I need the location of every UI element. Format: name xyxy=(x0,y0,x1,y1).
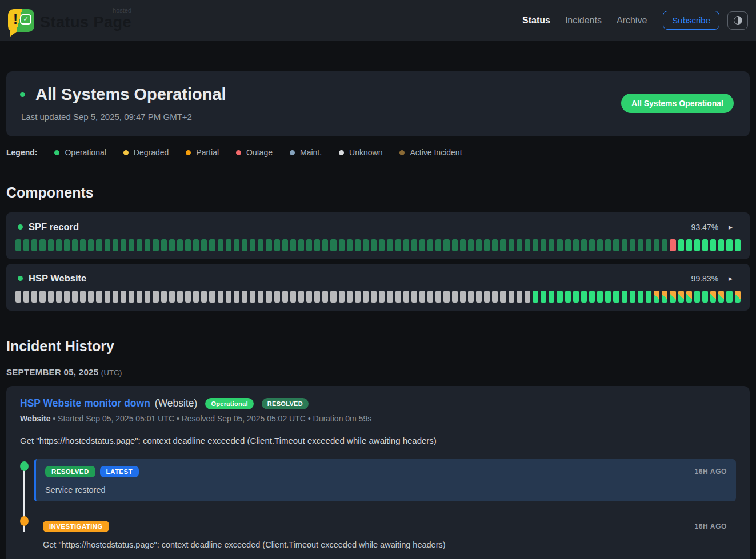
uptime-bar[interactable] xyxy=(549,239,554,251)
uptime-bar[interactable] xyxy=(347,291,353,303)
uptime-bar[interactable] xyxy=(726,291,732,303)
nav-link-incidents[interactable]: Incidents xyxy=(565,15,602,26)
uptime-bar[interactable] xyxy=(15,239,21,251)
uptime-bar[interactable] xyxy=(15,291,21,303)
uptime-bar[interactable] xyxy=(290,291,296,303)
uptime-bar[interactable] xyxy=(193,239,199,251)
uptime-bar[interactable] xyxy=(468,291,474,303)
uptime-bar[interactable] xyxy=(443,239,449,251)
uptime-bar[interactable] xyxy=(39,291,45,303)
uptime-bar[interactable] xyxy=(330,291,336,303)
uptime-bar[interactable] xyxy=(589,291,595,303)
uptime-bar[interactable] xyxy=(31,291,37,303)
uptime-bar[interactable] xyxy=(250,291,255,303)
uptime-bar[interactable] xyxy=(638,239,643,251)
uptime-bar[interactable] xyxy=(654,291,659,303)
uptime-bar[interactable] xyxy=(266,239,271,251)
uptime-bar[interactable] xyxy=(581,291,587,303)
expand-arrow-icon[interactable]: ▶ xyxy=(729,224,733,230)
uptime-bar[interactable] xyxy=(630,291,635,303)
uptime-bar[interactable] xyxy=(500,291,506,303)
nav-link-archive[interactable]: Archive xyxy=(617,15,647,26)
uptime-bar[interactable] xyxy=(622,291,627,303)
uptime-bar[interactable] xyxy=(330,239,336,251)
uptime-bar[interactable] xyxy=(395,291,401,303)
uptime-bar[interactable] xyxy=(153,291,158,303)
uptime-bar[interactable] xyxy=(702,239,708,251)
uptime-bar[interactable] xyxy=(371,239,377,251)
uptime-bar[interactable] xyxy=(678,239,684,251)
uptime-bar[interactable] xyxy=(726,239,732,251)
incident-title-link[interactable]: HSP Website monitor down xyxy=(20,397,150,409)
uptime-bar[interactable] xyxy=(314,239,320,251)
uptime-bar[interactable] xyxy=(638,291,643,303)
uptime-bar[interactable] xyxy=(476,239,482,251)
uptime-bar[interactable] xyxy=(306,291,312,303)
uptime-bar[interactable] xyxy=(339,291,345,303)
uptime-bar[interactable] xyxy=(234,239,239,251)
uptime-bar[interactable] xyxy=(686,291,692,303)
uptime-bar[interactable] xyxy=(533,291,538,303)
uptime-bar[interactable] xyxy=(702,291,708,303)
uptime-bar[interactable] xyxy=(242,239,247,251)
uptime-bar[interactable] xyxy=(56,239,62,251)
uptime-bar[interactable] xyxy=(161,291,167,303)
uptime-bar[interactable] xyxy=(282,239,288,251)
uptime-bar[interactable] xyxy=(379,239,385,251)
uptime-bar[interactable] xyxy=(137,239,142,251)
uptime-bar[interactable] xyxy=(129,239,134,251)
uptime-bar[interactable] xyxy=(218,291,223,303)
uptime-bar[interactable] xyxy=(630,239,635,251)
uptime-bar[interactable] xyxy=(403,291,409,303)
uptime-bar[interactable] xyxy=(355,291,361,303)
nav-link-status[interactable]: Status xyxy=(522,15,550,26)
uptime-bar[interactable] xyxy=(242,291,247,303)
uptime-bar[interactable] xyxy=(129,291,134,303)
uptime-bar[interactable] xyxy=(710,291,716,303)
uptime-bar[interactable] xyxy=(419,239,425,251)
uptime-bar[interactable] xyxy=(605,239,611,251)
uptime-bar[interactable] xyxy=(718,291,724,303)
uptime-bar[interactable] xyxy=(541,291,546,303)
uptime-bar[interactable] xyxy=(484,239,490,251)
uptime-bar[interactable] xyxy=(185,239,191,251)
uptime-bar[interactable] xyxy=(282,291,288,303)
uptime-bar[interactable] xyxy=(355,239,361,251)
uptime-bar[interactable] xyxy=(363,239,369,251)
uptime-bar[interactable] xyxy=(80,291,86,303)
subscribe-button[interactable]: Subscribe xyxy=(663,11,719,30)
uptime-bar[interactable] xyxy=(670,291,675,303)
uptime-bar[interactable] xyxy=(525,239,530,251)
uptime-bar[interactable] xyxy=(48,291,54,303)
uptime-bar[interactable] xyxy=(266,291,271,303)
uptime-bar[interactable] xyxy=(290,239,296,251)
uptime-bar[interactable] xyxy=(105,291,110,303)
uptime-bar[interactable] xyxy=(387,239,393,251)
uptime-bar[interactable] xyxy=(113,291,118,303)
uptime-bar[interactable] xyxy=(23,239,29,251)
uptime-bar[interactable] xyxy=(509,239,514,251)
uptime-bar[interactable] xyxy=(209,239,215,251)
uptime-bar[interactable] xyxy=(435,239,441,251)
uptime-bar[interactable] xyxy=(525,291,530,303)
uptime-bar[interactable] xyxy=(48,239,54,251)
uptime-bar[interactable] xyxy=(339,239,345,251)
brand-logo[interactable]: ! ✓ hosted Status Page xyxy=(8,9,131,32)
uptime-bar[interactable] xyxy=(573,239,579,251)
uptime-bar[interactable] xyxy=(153,239,158,251)
uptime-bar[interactable] xyxy=(646,239,651,251)
uptime-bar[interactable] xyxy=(379,291,385,303)
uptime-bar[interactable] xyxy=(56,291,62,303)
uptime-bar[interactable] xyxy=(258,291,263,303)
uptime-bar[interactable] xyxy=(427,291,433,303)
uptime-bar[interactable] xyxy=(169,239,175,251)
uptime-bar[interactable] xyxy=(452,239,458,251)
uptime-bar[interactable] xyxy=(31,239,37,251)
uptime-bar[interactable] xyxy=(306,239,312,251)
uptime-bar[interactable] xyxy=(322,239,328,251)
uptime-bar[interactable] xyxy=(622,239,627,251)
uptime-bar[interactable] xyxy=(419,291,425,303)
uptime-bar[interactable] xyxy=(484,291,490,303)
uptime-bar[interactable] xyxy=(492,239,498,251)
uptime-bar[interactable] xyxy=(105,239,110,251)
